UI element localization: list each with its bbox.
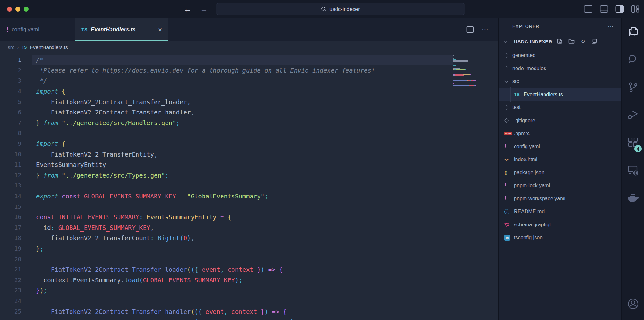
tree-file-config.yaml[interactable]: !config.yaml xyxy=(499,140,621,153)
chevron-right-icon xyxy=(504,53,508,58)
code-text: FiatTokenV2_2Contract_Transfer_loader, xyxy=(36,98,498,105)
search-icon xyxy=(321,6,327,12)
code-editor[interactable]: 1/*2 *Please refer to https://docs.envio… xyxy=(0,53,498,320)
debug-icon xyxy=(627,109,639,120)
tree-file-.gitignore[interactable]: .gitignore xyxy=(499,114,621,127)
code-line-14[interactable]: 14export const GLOBAL_EVENTS_SUMMARY_KEY… xyxy=(0,191,498,202)
code-line-10[interactable]: 10 FiatTokenV2_2_TransferEntity, xyxy=(0,149,498,160)
explorer-more-actions-icon[interactable]: ⋯ xyxy=(608,23,614,30)
tree-file-EventHandlers.ts[interactable]: TSEventHandlers.ts xyxy=(499,88,621,101)
account-button[interactable] xyxy=(622,291,644,317)
line-number: 20 xyxy=(0,256,36,262)
split-editor-icon[interactable] xyxy=(466,26,474,33)
code-line-20[interactable]: 20 xyxy=(0,254,498,264)
search-activity-button[interactable] xyxy=(622,46,644,73)
tree-file-.npmrc[interactable]: npm.npmrc xyxy=(499,127,621,140)
new-folder-icon[interactable] xyxy=(568,39,575,44)
line-number: 18 xyxy=(0,235,36,241)
tree-file-package.json[interactable]: {}package.json xyxy=(499,166,621,179)
line-number: 9 xyxy=(0,141,36,147)
zoom-window-button[interactable] xyxy=(24,7,29,12)
yaml-icon: ! xyxy=(504,182,513,189)
code-line-13[interactable]: 13 xyxy=(0,180,498,191)
code-line-3[interactable]: 3 */ xyxy=(0,76,498,86)
tree-folder-node_modules[interactable]: node_modules xyxy=(499,62,621,75)
code-text: import { xyxy=(36,140,498,147)
collapse-folders-icon[interactable] xyxy=(591,39,597,45)
code-text: /* xyxy=(36,56,498,63)
remote-explorer-activity-button[interactable] xyxy=(622,156,644,184)
new-file-icon[interactable] xyxy=(557,39,563,45)
code-line-19[interactable]: 19}; xyxy=(0,243,498,254)
code-line-25[interactable]: 25 FiatTokenV2_2Contract_Transfer_handle… xyxy=(0,306,498,317)
code-line-4[interactable]: 4import { xyxy=(0,86,498,97)
code-line-24[interactable]: 24 xyxy=(0,296,498,306)
refresh-explorer-icon[interactable]: ↻ xyxy=(581,39,585,44)
tree-file-pnpm-lock.yaml[interactable]: !pnpm-lock.yaml xyxy=(499,179,621,192)
yaml-icon: ! xyxy=(504,143,513,150)
explorer-activity-button[interactable] xyxy=(622,18,644,46)
code-line-1[interactable]: 1/* xyxy=(0,55,498,65)
back-button[interactable]: ← xyxy=(184,5,192,13)
line-number: 12 xyxy=(0,172,36,178)
tree-file-schema.graphql[interactable]: schema.graphql xyxy=(499,218,621,232)
code-line-26[interactable]: 26 const summary = context.EventsSummary… xyxy=(0,317,498,320)
code-line-21[interactable]: 21 FiatTokenV2_2Contract_Transfer_loader… xyxy=(0,264,498,275)
line-number: 23 xyxy=(0,287,36,294)
line-number: 1 xyxy=(0,57,36,63)
tree-item-label: README.md xyxy=(514,209,545,215)
toggle-panel-icon[interactable] xyxy=(600,5,608,13)
toggle-primary-sidebar-icon[interactable] xyxy=(584,5,592,13)
docker-activity-button[interactable] xyxy=(622,184,644,212)
code-line-8[interactable]: 8 xyxy=(0,128,498,139)
customize-layout-icon[interactable] xyxy=(631,5,639,13)
tree-folder-generated[interactable]: generated xyxy=(499,49,621,62)
tree-file-tsconfig.json[interactable]: TStsconfig.json xyxy=(499,231,621,244)
extensions-activity-button[interactable]: 4 xyxy=(622,129,644,156)
command-center-search[interactable]: usdc-indexer xyxy=(216,3,465,15)
tree-item-label: generated xyxy=(512,52,535,58)
forward-button[interactable]: → xyxy=(200,5,208,13)
line-number: 11 xyxy=(0,161,36,168)
line-number: 16 xyxy=(0,214,36,220)
code-line-12[interactable]: 12} from "../generated/src/Types.gen"; xyxy=(0,170,498,181)
tree-file-pnpm-workspace.yaml[interactable]: !pnpm-workspace.yaml xyxy=(499,192,621,206)
code-line-17[interactable]: 17 id: GLOBAL_EVENTS_SUMMARY_KEY, xyxy=(0,223,498,233)
indent-guide xyxy=(46,150,46,159)
indent-guide xyxy=(37,150,37,159)
code-line-2[interactable]: 2 *Please refer to https://docs.envio.de… xyxy=(0,65,498,76)
toggle-secondary-sidebar-icon[interactable] xyxy=(615,5,624,13)
tree-file-README.md[interactable]: iREADME.md xyxy=(499,205,621,218)
code-line-9[interactable]: 9import { xyxy=(0,139,498,149)
source-control-activity-button[interactable] xyxy=(622,73,644,101)
run-debug-activity-button[interactable] xyxy=(622,101,644,129)
code-text: context.EventsSummary.load(GLOBAL_EVENTS… xyxy=(36,277,498,284)
html-icon: <> xyxy=(504,157,513,162)
code-line-15[interactable]: 15 xyxy=(0,201,498,212)
tab-config-yaml[interactable]: ! config.yaml xyxy=(0,18,69,41)
editor-more-actions-icon[interactable]: ⋯ xyxy=(482,26,489,33)
breadcrumb-file[interactable]: EventHandlers.ts xyxy=(30,44,68,50)
code-line-16[interactable]: 16const INITIAL_EVENTS_SUMMARY: EventsSu… xyxy=(0,212,498,223)
indent-guide xyxy=(37,233,37,243)
code-text: *Please refer to https://docs.envio.dev … xyxy=(36,67,498,74)
code-line-5[interactable]: 5 FiatTokenV2_2Contract_Transfer_loader, xyxy=(0,96,498,107)
code-line-6[interactable]: 6 FiatTokenV2_2Contract_Transfer_handler… xyxy=(0,107,498,118)
indent-guide xyxy=(37,97,37,107)
minimize-window-button[interactable] xyxy=(15,7,20,12)
code-line-7[interactable]: 7} from "../generated/src/Handlers.gen"; xyxy=(0,118,498,128)
indent-guide xyxy=(37,317,37,320)
workspace-root-row[interactable]: USDC-INDEXER ↻ xyxy=(499,35,621,48)
breadcrumb-folder[interactable]: src xyxy=(8,44,14,50)
close-tab-icon[interactable]: × xyxy=(158,26,162,33)
close-window-button[interactable] xyxy=(7,7,12,12)
code-line-22[interactable]: 22 context.EventsSummary.load(GLOBAL_EVE… xyxy=(0,275,498,285)
tree-folder-src[interactable]: src xyxy=(499,75,621,88)
tree-folder-test[interactable]: test xyxy=(499,101,621,114)
line-number: 2 xyxy=(0,67,36,74)
code-line-11[interactable]: 11EventsSummaryEntity xyxy=(0,160,498,170)
code-line-23[interactable]: 23}); xyxy=(0,285,498,296)
tab-eventhandlers-ts[interactable]: TS EventHandlers.ts × xyxy=(75,18,168,41)
code-line-18[interactable]: 18 fiatTokenV2_2_TransferCount: BigInt(0… xyxy=(0,233,498,243)
tree-file-index.html[interactable]: <>index.html xyxy=(499,153,621,166)
